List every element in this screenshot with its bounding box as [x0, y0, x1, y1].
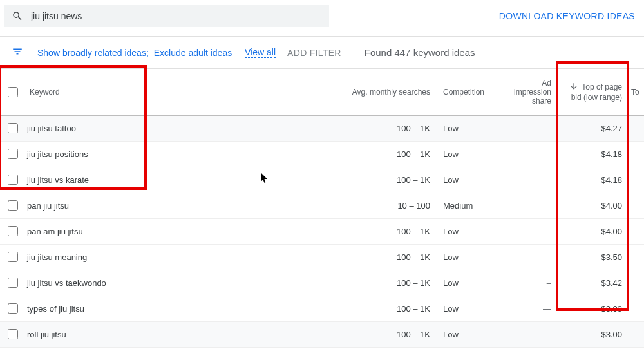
- row-checkbox[interactable]: [8, 200, 18, 211]
- row-checkbox[interactable]: [8, 123, 18, 133]
- row-checkbox[interactable]: [8, 303, 18, 314]
- impression-cell: [500, 218, 558, 244]
- col-top-bid-low-label: Top of page bid (low range): [571, 82, 622, 102]
- extra-cell: [629, 141, 644, 167]
- keyword-text: types of jiu jitsu: [27, 304, 84, 314]
- table-row: jiu jitsu meaning100 – 1KLow$3.50: [0, 244, 644, 270]
- search-box[interactable]: [4, 5, 329, 27]
- search-input[interactable]: [31, 11, 321, 21]
- col-avg-searches[interactable]: Avg. monthly searches: [340, 69, 437, 115]
- competition-cell: Low: [437, 115, 500, 141]
- row-checkbox[interactable]: [8, 149, 18, 159]
- competition-cell: Low: [437, 218, 500, 244]
- impression-cell: –: [500, 115, 558, 141]
- competition-cell: Low: [437, 321, 500, 347]
- avg-searches-cell: 100 – 1K: [340, 167, 437, 193]
- keyword-table: Keyword Avg. monthly searches Competitio…: [0, 69, 644, 348]
- impression-cell: —: [500, 296, 558, 321]
- row-checkbox[interactable]: [8, 329, 18, 339]
- impression-cell: [500, 244, 558, 270]
- table-row: jiu jitsu positions100 – 1KLow$4.18: [0, 141, 644, 167]
- competition-cell: Low: [437, 244, 500, 270]
- bid-low-cell: $3.50: [558, 244, 629, 270]
- col-keyword[interactable]: Keyword: [0, 69, 340, 115]
- table-row: pan am jiu jitsu100 – 1KLow$4.00: [0, 218, 644, 244]
- results-count: Found 447 keyword ideas: [365, 47, 475, 58]
- competition-cell: Medium: [437, 193, 500, 218]
- keyword-text: jiu jitsu vs taekwondo: [27, 278, 106, 288]
- filter-bar: Show broadly related ideas; Exclude adul…: [0, 37, 644, 69]
- avg-searches-cell: 100 – 1K: [340, 218, 437, 244]
- filter-broad-link[interactable]: Show broadly related ideas;: [37, 48, 149, 58]
- bid-low-cell: $3.00: [558, 321, 629, 347]
- keyword-text: jiu jitsu meaning: [27, 252, 87, 262]
- table-row: jiu jitsu vs taekwondo100 – 1KLow–$3.42: [0, 270, 644, 296]
- bid-low-cell: $4.00: [558, 193, 629, 218]
- extra-cell: [629, 296, 644, 321]
- bid-low-cell: $4.00: [558, 218, 629, 244]
- keyword-text: jiu jitsu tattoo: [27, 124, 76, 133]
- avg-searches-cell: 100 – 1K: [340, 244, 437, 270]
- table-row: jiu jitsu tattoo100 – 1KLow–$4.27: [0, 115, 644, 141]
- row-checkbox[interactable]: [8, 252, 18, 262]
- row-checkbox[interactable]: [8, 278, 18, 288]
- table-row: pan jiu jitsu10 – 100Medium$4.00: [0, 193, 644, 218]
- col-impression-share[interactable]: Ad impression share: [500, 69, 558, 115]
- bid-low-cell: $3.42: [558, 270, 629, 296]
- extra-cell: [629, 321, 644, 347]
- extra-cell: [629, 244, 644, 270]
- filter-exclude-link[interactable]: Exclude adult ideas: [154, 48, 232, 58]
- bid-low-cell: $4.18: [558, 141, 629, 167]
- add-filter-button[interactable]: ADD FILTER: [287, 48, 341, 58]
- impression-cell: [500, 193, 558, 218]
- competition-cell: Low: [437, 270, 500, 296]
- col-extra[interactable]: To: [629, 69, 644, 115]
- extra-cell: [629, 167, 644, 193]
- avg-searches-cell: 100 – 1K: [340, 115, 437, 141]
- keyword-text: jiu jitsu vs karate: [27, 175, 89, 185]
- avg-searches-cell: 100 – 1K: [340, 141, 437, 167]
- bid-low-cell: $4.18: [558, 167, 629, 193]
- impression-cell: –: [500, 270, 558, 296]
- extra-cell: [629, 270, 644, 296]
- impression-cell: —: [500, 321, 558, 347]
- col-keyword-label: Keyword: [30, 88, 60, 97]
- download-keyword-ideas-link[interactable]: DOWNLOAD KEYWORD IDEAS: [499, 11, 635, 21]
- avg-searches-cell: 100 – 1K: [340, 321, 437, 347]
- filter-view-all-link[interactable]: View all: [245, 47, 276, 58]
- keyword-text: roll jiu jitsu: [27, 330, 66, 339]
- bid-low-cell: $3.03: [558, 296, 629, 321]
- select-all-checkbox[interactable]: [8, 87, 18, 97]
- sort-descending-icon: [569, 82, 578, 93]
- keyword-text: jiu jitsu positions: [27, 149, 88, 159]
- table-row: types of jiu jitsu100 – 1KLow—$3.03: [0, 296, 644, 321]
- col-competition[interactable]: Competition: [437, 69, 500, 115]
- search-icon: [12, 10, 23, 22]
- filter-icon[interactable]: [12, 46, 23, 59]
- avg-searches-cell: 10 – 100: [340, 193, 437, 218]
- extra-cell: [629, 218, 644, 244]
- competition-cell: Low: [437, 167, 500, 193]
- bid-low-cell: $4.27: [558, 115, 629, 141]
- col-top-bid-low[interactable]: Top of page bid (low range): [558, 69, 629, 115]
- row-checkbox[interactable]: [8, 226, 18, 236]
- impression-cell: [500, 167, 558, 193]
- avg-searches-cell: 100 – 1K: [340, 270, 437, 296]
- extra-cell: [629, 115, 644, 141]
- table-row: jiu jitsu vs karate100 – 1KLow$4.18: [0, 167, 644, 193]
- competition-cell: Low: [437, 296, 500, 321]
- row-checkbox[interactable]: [8, 174, 18, 185]
- impression-cell: [500, 141, 558, 167]
- table-row: roll jiu jitsu100 – 1KLow—$3.00: [0, 321, 644, 347]
- competition-cell: Low: [437, 141, 500, 167]
- keyword-text: pan am jiu jitsu: [27, 227, 83, 236]
- avg-searches-cell: 100 – 1K: [340, 296, 437, 321]
- extra-cell: [629, 193, 644, 218]
- keyword-text: pan jiu jitsu: [27, 201, 69, 211]
